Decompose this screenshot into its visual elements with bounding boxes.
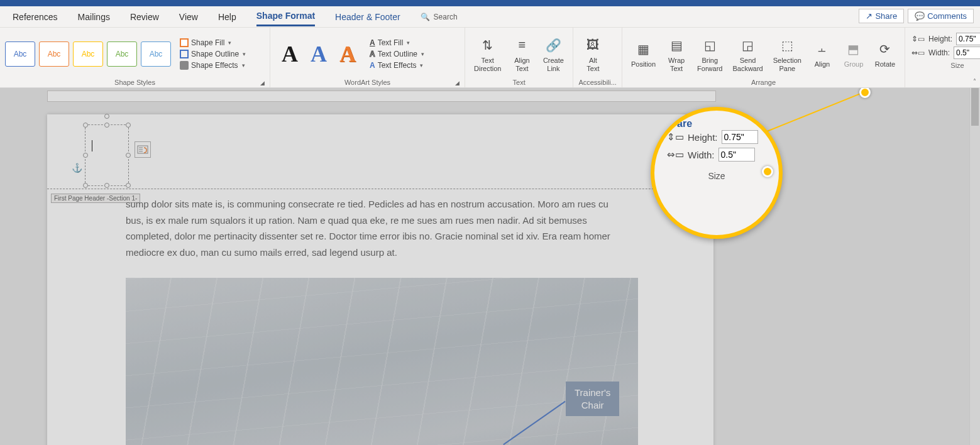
shape-style-2[interactable]: Abc: [39, 41, 69, 67]
wordart-style-2[interactable]: A: [304, 41, 333, 67]
resize-handle[interactable]: [104, 123, 109, 128]
mag-height-input[interactable]: [722, 130, 758, 144]
text-caret: [92, 140, 92, 151]
ribbon: Abc Abc Abc Abc Abc Shape Fill▾ Shape Ou…: [0, 28, 980, 88]
tab-header-footer[interactable]: Header & Footer: [335, 8, 400, 26]
group-wordart-styles: A A A AText Fill▾ AText Outline▾ AText E…: [270, 28, 465, 87]
text-outline-icon: A: [370, 50, 375, 58]
align-icon: ⫠: [816, 39, 829, 59]
group-label-arrange: Arrange: [627, 77, 900, 87]
wordart-style-3[interactable]: A: [333, 41, 362, 67]
resize-handle[interactable]: [126, 123, 131, 128]
collapse-ribbon-icon[interactable]: ˄: [973, 78, 976, 85]
resize-handle[interactable]: [83, 153, 88, 158]
bring-forward-button[interactable]: ◱Bring Forward: [693, 34, 726, 74]
rotate-button[interactable]: ⟳Rotate: [871, 38, 900, 70]
alt-text-button[interactable]: 🖼Alt Text: [578, 34, 607, 74]
tab-mailings[interactable]: Mailings: [78, 8, 110, 26]
align-button[interactable]: ⫠Align: [808, 38, 837, 70]
text-direction-icon: ⇅: [482, 35, 493, 55]
shape-fill-button[interactable]: Shape Fill▾: [179, 38, 247, 48]
text-direction-button[interactable]: ⇅Text Direction: [470, 34, 505, 74]
tab-view[interactable]: View: [179, 8, 198, 26]
page[interactable]: ⚓ First Page Header -Section 1- sump dol…: [47, 114, 713, 445]
group-label-shape-styles: Shape Styles◢: [5, 77, 265, 87]
search-placeholder: Search: [434, 13, 458, 21]
create-link-button[interactable]: 🔗Create Link: [539, 34, 568, 74]
vertical-scrollbar[interactable]: [969, 88, 980, 445]
text-outline-button[interactable]: AText Outline▾: [368, 49, 426, 59]
wrap-text-label: Wrap Text: [668, 57, 685, 72]
tab-references[interactable]: References: [13, 8, 58, 26]
resize-handle[interactable]: [126, 153, 131, 158]
group-label-wordart: WordArt Styles◢: [275, 77, 460, 87]
rotate-handle[interactable]: [104, 114, 109, 119]
resize-handle[interactable]: [126, 183, 131, 188]
alt-text-label: Alt Text: [586, 57, 599, 72]
shape-outline-label: Shape Outline: [191, 50, 239, 58]
resize-handle[interactable]: [83, 123, 88, 128]
mag-height-label: Height:: [688, 132, 718, 143]
group-button[interactable]: ⬒Group: [839, 38, 868, 70]
link-icon: 🔗: [546, 35, 561, 55]
resize-handle[interactable]: [83, 183, 88, 188]
create-link-label: Create Link: [543, 57, 564, 72]
shape-effects-label: Shape Effects: [191, 61, 238, 70]
width-input[interactable]: [954, 47, 980, 59]
outline-icon: [180, 50, 189, 58]
height-input[interactable]: [956, 33, 980, 45]
group-text: ⇅Text Direction ≡Align Text 🔗Create Link…: [465, 28, 573, 87]
image-content: [126, 278, 638, 445]
horizontal-ruler[interactable]: [47, 91, 716, 102]
scrollbar-thumb[interactable]: [971, 88, 979, 126]
layout-options-button[interactable]: [135, 141, 151, 158]
anchor-icon[interactable]: ⚓: [72, 163, 82, 173]
share-button[interactable]: ↗Share: [859, 9, 904, 23]
text-direction-label: Text Direction: [474, 57, 501, 72]
wordart-style-1[interactable]: A: [275, 41, 304, 67]
bring-forward-label: Bring Forward: [697, 57, 722, 72]
mag-width-label: Width:: [688, 150, 715, 160]
align-text-button[interactable]: ≡Align Text: [507, 34, 536, 74]
shape-outline-button[interactable]: Shape Outline▾: [179, 49, 247, 59]
comments-button[interactable]: 💬Comments: [908, 9, 974, 23]
group-label-text: Text: [470, 77, 568, 87]
width-icon: ⇔▭: [667, 149, 684, 160]
resize-handle[interactable]: [104, 183, 109, 188]
shape-style-5[interactable]: Abc: [141, 41, 171, 67]
tab-help[interactable]: Help: [218, 8, 236, 26]
shape-effects-button[interactable]: Shape Effects▾: [179, 60, 247, 70]
shape-style-3[interactable]: Abc: [73, 41, 103, 67]
tab-shape-format[interactable]: Shape Format: [256, 7, 315, 26]
tell-me-search[interactable]: 🔍 Search: [421, 13, 458, 21]
comment-icon: 💬: [915, 11, 925, 21]
selected-textbox[interactable]: ⚓: [85, 124, 129, 186]
selection-pane-button[interactable]: ⬚Selection Pane: [769, 34, 805, 74]
dialog-launcher-icon[interactable]: ◢: [455, 80, 460, 86]
wrap-text-button[interactable]: ▤Wrap Text: [662, 34, 691, 74]
text-fill-button[interactable]: AText Fill▾: [368, 38, 426, 48]
callout-trainers-chair[interactable]: Trainer's Chair: [566, 382, 619, 416]
position-button[interactable]: ▦Position: [627, 38, 659, 70]
document-image: Trainer's Chair: [126, 278, 638, 445]
align-text-icon: ≡: [519, 35, 526, 55]
shape-style-4[interactable]: Abc: [107, 41, 137, 67]
shape-style-1[interactable]: Abc: [5, 41, 35, 67]
text-effects-button[interactable]: AText Effects▾: [368, 60, 426, 70]
align-label: Align: [815, 60, 830, 69]
document-area: ⚓ First Page Header -Section 1- sump dol…: [0, 88, 980, 445]
text-outline-label: Text Outline: [378, 50, 417, 58]
mag-width-input[interactable]: [718, 148, 755, 162]
share-icon: ↗: [866, 11, 873, 21]
dropdown-icon: ▾: [407, 40, 410, 46]
dialog-launcher-icon[interactable]: ◢: [260, 80, 265, 86]
annotation-dot: [762, 166, 773, 177]
effects-icon: [180, 61, 189, 70]
width-label: Width:: [928, 48, 950, 57]
shape-fill-label: Shape Fill: [191, 38, 224, 47]
align-text-label: Align Text: [514, 57, 529, 72]
selection-icon: ⬚: [781, 35, 793, 55]
send-backward-button[interactable]: ◲Send Backward: [729, 34, 766, 74]
group-size: ⇕▭ Height: ▲▼ ⇔▭ Width: ▲▼ Size◢: [905, 28, 980, 87]
tab-review[interactable]: Review: [130, 8, 159, 26]
